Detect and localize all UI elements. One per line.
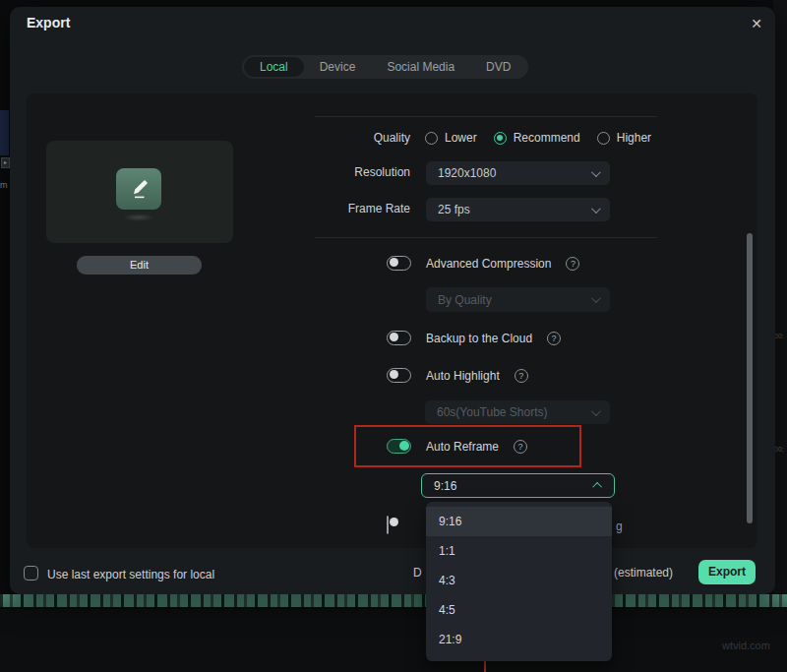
chevron-down-icon xyxy=(591,167,601,177)
audio-waveform-track xyxy=(0,593,787,609)
use-last-settings-checkbox[interactable] xyxy=(24,566,38,580)
radio-lower-label: Lower xyxy=(445,131,477,145)
background-track-icon: ▸ xyxy=(1,157,10,168)
close-icon[interactable]: ✕ xyxy=(746,13,767,34)
auto-highlight-toggle[interactable] xyxy=(387,368,411,383)
radio-lower[interactable]: Lower xyxy=(425,131,477,145)
advanced-compression-label: Advanced Compression xyxy=(426,257,551,271)
quality-row: Quality Lower Recommend Higher xyxy=(272,131,651,145)
tab-local[interactable]: Local xyxy=(244,57,304,77)
background-text-fragment: m xyxy=(0,180,8,190)
timecode-fragment: 00: xyxy=(774,333,784,339)
aspect-ratio-dropdown: 9:16 1:1 4:3 4:5 21:9 xyxy=(426,502,612,661)
chevron-down-icon xyxy=(591,293,601,303)
icon-reflection xyxy=(123,214,154,221)
export-button[interactable]: Export xyxy=(698,560,756,584)
radio-higher-label: Higher xyxy=(617,131,651,145)
pencil-glyph xyxy=(127,177,151,201)
quality-label: Quality xyxy=(272,131,410,145)
timecode-fragment: 00; xyxy=(774,446,784,453)
chevron-down-icon xyxy=(591,406,601,416)
tab-social-media[interactable]: Social Media xyxy=(371,57,470,77)
resolution-label: Resolution xyxy=(272,165,410,179)
edit-button[interactable]: Edit xyxy=(77,256,202,275)
radio-circle-icon xyxy=(597,132,610,145)
chevron-down-icon xyxy=(591,204,601,214)
advanced-compression-toggle[interactable] xyxy=(387,256,411,271)
advanced-compression-row: Advanced Compression ? xyxy=(387,256,579,271)
estimated-label: (estimated) xyxy=(614,566,673,580)
radio-recommend-label: Recommend xyxy=(514,131,580,145)
panel-scrollbar[interactable] xyxy=(747,233,753,523)
chevron-up-icon xyxy=(592,482,602,492)
auto-highlight-row: Auto Highlight ? xyxy=(387,368,528,383)
resolution-value: 1920x1080 xyxy=(438,166,496,180)
menu-item-4-3[interactable]: 4:3 xyxy=(426,566,612,595)
radio-higher[interactable]: Higher xyxy=(597,131,651,145)
compression-mode-select: By Quality xyxy=(426,287,610,312)
highlight-duration-select: 60s(YouTube Shorts) xyxy=(425,400,610,424)
frame-rate-value: 25 fps xyxy=(438,203,470,216)
radio-selected-icon xyxy=(494,132,507,145)
timeline-background xyxy=(0,609,787,672)
compression-mode-value: By Quality xyxy=(438,293,492,307)
help-icon[interactable]: ? xyxy=(515,369,528,383)
auto-highlight-label: Auto Highlight xyxy=(426,369,500,383)
hidden-setting-toggle[interactable] xyxy=(387,516,389,534)
resolution-select[interactable]: 1920x1080 xyxy=(426,161,610,185)
aspect-ratio-value: 9:16 xyxy=(434,479,456,493)
radio-recommend[interactable]: Recommend xyxy=(494,131,580,145)
background-clip-fragment xyxy=(0,110,9,155)
backup-cloud-label: Backup to the Cloud xyxy=(426,332,532,345)
divider xyxy=(315,116,657,117)
menu-item-1-1[interactable]: 1:1 xyxy=(426,536,612,566)
backup-cloud-toggle[interactable] xyxy=(387,331,411,345)
video-thumbnail xyxy=(46,141,233,243)
radio-circle-icon xyxy=(425,132,438,145)
backup-cloud-row: Backup to the Cloud ? xyxy=(387,331,561,345)
aspect-ratio-select[interactable]: 9:16 xyxy=(421,473,615,498)
red-highlight-rectangle xyxy=(354,425,581,467)
tab-dvd[interactable]: DVD xyxy=(470,57,526,77)
highlight-duration-value: 60s(YouTube Shorts) xyxy=(437,405,548,419)
menu-item-9-16[interactable]: 9:16 xyxy=(426,507,612,536)
frame-rate-select[interactable]: 25 fps xyxy=(426,198,610,221)
hidden-text-fragment: g xyxy=(616,519,623,533)
divider xyxy=(315,237,657,238)
edit-pencil-icon xyxy=(116,168,161,210)
export-tab-bar: Local Device Social Media DVD xyxy=(242,55,528,79)
frame-rate-label: Frame Rate xyxy=(272,202,410,215)
menu-item-21-9[interactable]: 21:9 xyxy=(426,625,612,654)
export-settings-panel: Edit Quality Lower Recommend Higher xyxy=(27,93,757,548)
export-dialog: Export ✕ Local Device Social Media DVD E… xyxy=(10,7,775,594)
help-icon[interactable]: ? xyxy=(566,257,579,271)
tab-device[interactable]: Device xyxy=(304,57,372,77)
watermark: wtvid.com xyxy=(722,640,770,651)
duration-text-fragment: D xyxy=(413,566,422,580)
help-icon[interactable]: ? xyxy=(547,332,561,345)
menu-item-4-5[interactable]: 4:5 xyxy=(426,595,612,625)
use-last-settings-label: Use last export settings for local xyxy=(47,568,214,581)
dialog-title: Export xyxy=(27,15,70,31)
